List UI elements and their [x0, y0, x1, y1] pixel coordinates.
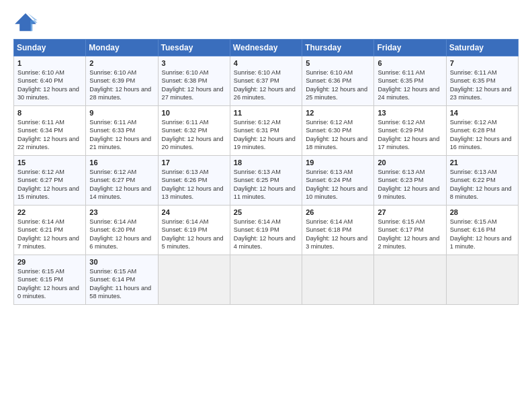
day-number: 24 [162, 208, 226, 216]
day-number: 11 [234, 109, 298, 117]
day-number: 14 [450, 109, 515, 117]
day-number: 16 [89, 158, 154, 167]
day-number: 2 [89, 59, 154, 67]
cell-text: Sunrise: 6:10 AMSunset: 6:40 PMDaylight:… [17, 69, 79, 101]
calendar: SundayMondayTuesdayWednesdayThursdayFrid… [13, 39, 519, 305]
day-number: 29 [17, 258, 82, 266]
calendar-cell: 26Sunrise: 6:14 AMSunset: 6:18 PMDayligh… [302, 205, 374, 255]
cell-text: Sunrise: 6:13 AMSunset: 6:26 PMDaylight:… [162, 169, 224, 200]
cell-text: Sunrise: 6:15 AMSunset: 6:17 PMDaylight:… [378, 218, 439, 250]
cell-text: Sunrise: 6:13 AMSunset: 6:25 PMDaylight:… [234, 169, 296, 200]
day-number: 25 [234, 208, 298, 216]
day-number: 8 [17, 109, 82, 117]
weekday-header: Tuesday [158, 40, 230, 56]
weekday-header: Thursday [302, 40, 374, 56]
calendar-week: 1Sunrise: 6:10 AMSunset: 6:40 PMDaylight… [14, 56, 519, 106]
day-number: 22 [17, 208, 82, 216]
calendar-cell: 28Sunrise: 6:15 AMSunset: 6:16 PMDayligh… [446, 205, 518, 255]
weekday-header: Saturday [446, 40, 518, 56]
day-number: 17 [162, 158, 226, 167]
cell-text: Sunrise: 6:14 AMSunset: 6:20 PMDaylight:… [89, 218, 151, 250]
day-number: 1 [17, 59, 82, 67]
day-number: 6 [378, 59, 442, 67]
calendar-cell: 14Sunrise: 6:12 AMSunset: 6:28 PMDayligh… [446, 106, 518, 156]
cell-text: Sunrise: 6:12 AMSunset: 6:28 PMDaylight:… [450, 119, 512, 150]
calendar-cell: 25Sunrise: 6:14 AMSunset: 6:19 PMDayligh… [230, 205, 302, 255]
day-number: 15 [17, 158, 82, 167]
calendar-cell: 22Sunrise: 6:14 AMSunset: 6:21 PMDayligh… [14, 205, 86, 255]
calendar-cell [158, 255, 230, 305]
cell-text: Sunrise: 6:13 AMSunset: 6:23 PMDaylight:… [378, 169, 439, 200]
day-number: 7 [450, 59, 515, 67]
cell-text: Sunrise: 6:15 AMSunset: 6:15 PMDaylight:… [17, 268, 79, 300]
cell-text: Sunrise: 6:15 AMSunset: 6:16 PMDaylight:… [450, 218, 512, 250]
cell-text: Sunrise: 6:13 AMSunset: 6:22 PMDaylight:… [450, 169, 512, 200]
weekday-header: Monday [86, 40, 158, 56]
cell-text: Sunrise: 6:11 AMSunset: 6:34 PMDaylight:… [17, 119, 79, 150]
calendar-cell: 23Sunrise: 6:14 AMSunset: 6:20 PMDayligh… [86, 205, 158, 255]
calendar-cell: 17Sunrise: 6:13 AMSunset: 6:26 PMDayligh… [158, 156, 230, 205]
day-number: 21 [450, 158, 515, 167]
day-number: 4 [234, 59, 298, 67]
weekday-header: Sunday [14, 40, 86, 56]
calendar-cell: 20Sunrise: 6:13 AMSunset: 6:23 PMDayligh… [374, 156, 446, 205]
day-number: 5 [306, 59, 370, 67]
calendar-cell: 3Sunrise: 6:10 AMSunset: 6:38 PMDaylight… [158, 56, 230, 106]
calendar-cell [446, 255, 518, 305]
day-number: 26 [306, 208, 370, 216]
cell-text: Sunrise: 6:14 AMSunset: 6:18 PMDaylight:… [306, 218, 367, 250]
weekday-header: Wednesday [230, 40, 302, 56]
cell-text: Sunrise: 6:11 AMSunset: 6:35 PMDaylight:… [378, 69, 439, 101]
cell-text: Sunrise: 6:14 AMSunset: 6:19 PMDaylight:… [162, 218, 224, 250]
day-number: 20 [378, 158, 442, 167]
cell-text: Sunrise: 6:12 AMSunset: 6:31 PMDaylight:… [234, 119, 296, 150]
calendar-cell: 18Sunrise: 6:13 AMSunset: 6:25 PMDayligh… [230, 156, 302, 205]
day-number: 30 [89, 258, 154, 266]
logo [13, 12, 40, 32]
calendar-cell: 27Sunrise: 6:15 AMSunset: 6:17 PMDayligh… [374, 205, 446, 255]
calendar-cell: 5Sunrise: 6:10 AMSunset: 6:36 PMDaylight… [302, 56, 374, 106]
cell-text: Sunrise: 6:10 AMSunset: 6:36 PMDaylight:… [306, 69, 367, 101]
cell-text: Sunrise: 6:10 AMSunset: 6:38 PMDaylight:… [162, 69, 224, 101]
calendar-body: 1Sunrise: 6:10 AMSunset: 6:40 PMDaylight… [14, 56, 519, 305]
calendar-cell: 19Sunrise: 6:13 AMSunset: 6:24 PMDayligh… [302, 156, 374, 205]
calendar-week: 29Sunrise: 6:15 AMSunset: 6:15 PMDayligh… [14, 255, 519, 305]
cell-text: Sunrise: 6:10 AMSunset: 6:37 PMDaylight:… [234, 69, 296, 101]
calendar-cell: 29Sunrise: 6:15 AMSunset: 6:15 PMDayligh… [14, 255, 86, 305]
calendar-cell: 4Sunrise: 6:10 AMSunset: 6:37 PMDaylight… [230, 56, 302, 106]
calendar-cell: 16Sunrise: 6:12 AMSunset: 6:27 PMDayligh… [86, 156, 158, 205]
cell-text: Sunrise: 6:11 AMSunset: 6:33 PMDaylight:… [89, 119, 151, 150]
calendar-cell: 7Sunrise: 6:11 AMSunset: 6:35 PMDaylight… [446, 56, 518, 106]
calendar-cell: 15Sunrise: 6:12 AMSunset: 6:27 PMDayligh… [14, 156, 86, 205]
calendar-cell [374, 255, 446, 305]
day-number: 3 [162, 59, 226, 67]
cell-text: Sunrise: 6:14 AMSunset: 6:19 PMDaylight:… [234, 218, 296, 250]
calendar-cell: 6Sunrise: 6:11 AMSunset: 6:35 PMDaylight… [374, 56, 446, 106]
calendar-cell: 8Sunrise: 6:11 AMSunset: 6:34 PMDaylight… [14, 106, 86, 156]
day-number: 23 [89, 208, 154, 216]
cell-text: Sunrise: 6:15 AMSunset: 6:14 PMDaylight:… [89, 268, 151, 300]
cell-text: Sunrise: 6:11 AMSunset: 6:35 PMDaylight:… [450, 69, 512, 101]
calendar-cell [230, 255, 302, 305]
logo-icon [13, 12, 38, 32]
calendar-week: 8Sunrise: 6:11 AMSunset: 6:34 PMDaylight… [14, 106, 519, 156]
day-number: 12 [306, 109, 370, 117]
cell-text: Sunrise: 6:14 AMSunset: 6:21 PMDaylight:… [17, 218, 79, 250]
calendar-week: 15Sunrise: 6:12 AMSunset: 6:27 PMDayligh… [14, 156, 519, 205]
day-number: 19 [306, 158, 370, 167]
header [13, 12, 519, 32]
day-number: 10 [162, 109, 226, 117]
page: SundayMondayTuesdayWednesdayThursdayFrid… [0, 0, 532, 312]
day-number: 28 [450, 208, 515, 216]
calendar-cell [302, 255, 374, 305]
calendar-cell: 10Sunrise: 6:11 AMSunset: 6:32 PMDayligh… [158, 106, 230, 156]
calendar-header: SundayMondayTuesdayWednesdayThursdayFrid… [14, 40, 519, 56]
cell-text: Sunrise: 6:11 AMSunset: 6:32 PMDaylight:… [162, 119, 224, 150]
cell-text: Sunrise: 6:12 AMSunset: 6:30 PMDaylight:… [306, 119, 367, 150]
calendar-week: 22Sunrise: 6:14 AMSunset: 6:21 PMDayligh… [14, 205, 519, 255]
cell-text: Sunrise: 6:12 AMSunset: 6:27 PMDaylight:… [89, 169, 151, 200]
calendar-cell: 30Sunrise: 6:15 AMSunset: 6:14 PMDayligh… [86, 255, 158, 305]
calendar-cell: 13Sunrise: 6:12 AMSunset: 6:29 PMDayligh… [374, 106, 446, 156]
calendar-cell: 12Sunrise: 6:12 AMSunset: 6:30 PMDayligh… [302, 106, 374, 156]
cell-text: Sunrise: 6:12 AMSunset: 6:27 PMDaylight:… [17, 169, 79, 200]
